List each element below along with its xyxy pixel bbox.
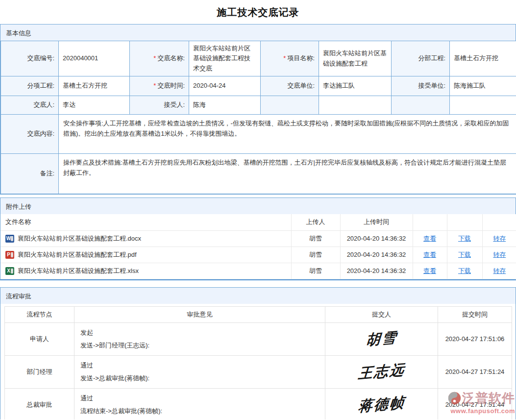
file-name-text: 襄阳火车站站前片区基础设施配套工程.docx xyxy=(18,234,141,243)
column-header-file-name: 文件名称 xyxy=(0,214,291,230)
attachments-section-title: 附件上传 xyxy=(0,198,516,214)
column-header-approval-opinion: 审批意见 xyxy=(74,306,325,322)
uploader-name: 胡雪 xyxy=(291,230,340,247)
field-label-project-name: *项目名称: xyxy=(261,41,319,76)
uploader-name: 胡雪 xyxy=(291,247,340,263)
column-header-submit-time: 提交时间 xyxy=(438,306,512,322)
transfer-link[interactable]: 转存 xyxy=(493,235,506,242)
field-value-disclosure-unit: 李达施工队 xyxy=(319,76,392,96)
column-header-flow-node: 流程节点 xyxy=(5,306,74,322)
required-asterisk: * xyxy=(153,54,156,62)
field-value-project-name: 襄阳火车站站前片区基础设施配套工程 xyxy=(319,41,392,76)
page-title: 施工技术交底记录 xyxy=(0,0,516,24)
flow-node: 申请人 xyxy=(5,322,74,355)
approval-row: 总裁审批 通过 流程结束->总裁审批(蒋德帧): 蒋德帧 2020-04-27 … xyxy=(5,388,512,420)
field-value-disclosure-time: 2020-04-24 xyxy=(189,76,261,96)
required-asterisk: * xyxy=(153,82,156,89)
approval-row: 部门经理 通过 发送->总裁审批(蒋德帧): 王志远 2020-04-27 17… xyxy=(5,355,512,388)
view-link[interactable]: 查看 xyxy=(423,235,436,242)
download-link[interactable]: 下载 xyxy=(458,267,471,274)
required-asterisk: * xyxy=(283,54,286,62)
column-header-uploader: 上传人 xyxy=(291,214,340,230)
uploader-name: 胡雪 xyxy=(291,263,340,279)
field-value-subitem-work: 基槽土石方开挖 xyxy=(59,76,130,96)
field-label-disclosure-unit: 交底单位: xyxy=(261,76,319,96)
signature: 王志远 xyxy=(357,360,406,384)
field-label-disclosure-content: 交底内容: xyxy=(1,115,59,154)
basic-info-table: 交底编号: 2020040001 *交底名称: 襄阳火车站站前片区基础设施配套工… xyxy=(0,41,516,194)
field-value-disclosure-name: 襄阳火车站站前片区基础设施配套工程技术交底 xyxy=(189,41,261,76)
field-value-disclosure-content: 安全操作事项:人工开挖基槽，应经常检查边坡的土质情况，-但发现有裂缝、疏松土或支… xyxy=(59,115,516,154)
flow-node: 部门经理 xyxy=(5,355,74,388)
column-header-empty xyxy=(482,214,516,230)
approval-row: 申请人 发起 发送->部门经理(王志远): 胡雪 2020-04-27 17:5… xyxy=(5,322,512,355)
field-value-receiver: 陈海 xyxy=(189,96,261,115)
upload-time: 2020-04-20 14:36:32 xyxy=(340,247,413,263)
field-label-disclosure-name: *交底名称: xyxy=(130,41,189,76)
field-value-receiving-unit: 陈海施工队 xyxy=(450,76,516,96)
empty-value-cell xyxy=(319,96,392,115)
column-header-submitter: 提交人 xyxy=(325,306,438,322)
approval-opinion: 通过 发送->总裁审批(蒋德帧): xyxy=(74,355,325,388)
basic-info-section: 基本信息 交底编号: 2020040001 *交底名称: 襄阳火车站站前片区基础… xyxy=(0,24,516,195)
flow-node: 总裁审批 xyxy=(5,388,74,420)
upload-time: 2020-04-20 14:36:32 xyxy=(340,263,413,279)
approval-section: 流程审批 流程节点 审批意见 提交人 提交时间 申请人 发起 发送->部门经理(… xyxy=(0,287,516,420)
attachment-row: W襄阳火车站站前片区基础设施配套工程.docx 胡雪 2020-04-20 14… xyxy=(0,230,516,247)
approval-section-title: 流程审批 xyxy=(0,288,516,304)
field-label-remark: 备注: xyxy=(1,154,59,194)
field-label-subitem-work: 分项工程: xyxy=(1,76,59,96)
attachments-header-row: 文件名称 上传人 上传时间 xyxy=(0,214,516,230)
word-file-icon: W xyxy=(5,235,14,243)
empty-value-cell xyxy=(450,96,516,115)
transfer-link[interactable]: 转存 xyxy=(493,251,506,258)
signature: 胡雪 xyxy=(365,327,398,350)
field-label-disclosure-time: *交底时间: xyxy=(130,76,189,96)
attachments-section: 附件上传 文件名称 上传人 上传时间 W襄阳火车站站前片区基础设施配套工程.do… xyxy=(0,198,516,280)
excel-file-icon: X xyxy=(5,267,14,275)
empty-label-cell xyxy=(261,96,319,115)
download-link[interactable]: 下载 xyxy=(458,251,471,258)
file-name-text: 襄阳火车站站前片区基础设施配套工程.xlsx xyxy=(18,267,139,275)
column-header-empty xyxy=(413,214,447,230)
field-value-division-work: 基槽土石方开挖 xyxy=(450,41,516,76)
view-link[interactable]: 查看 xyxy=(423,267,436,274)
column-header-empty xyxy=(447,214,482,230)
column-header-upload-time: 上传时间 xyxy=(340,214,413,230)
basic-info-section-title: 基本信息 xyxy=(0,25,516,41)
approval-opinion: 发起 发送->部门经理(王志远): xyxy=(74,322,325,355)
field-value-remark: 操作要点及技术措施:基槽土石方开挖前应先用石灰粉划出地梁、基槽的开挖范围，土石方… xyxy=(59,154,516,194)
field-value-discloser: 李达 xyxy=(59,96,130,115)
approval-header-row: 流程节点 审批意见 提交人 提交时间 xyxy=(5,306,512,322)
submit-time: 2020-04-27 17:51:06 xyxy=(438,322,512,355)
field-label-division-work: 分部工程: xyxy=(392,41,450,76)
view-link[interactable]: 查看 xyxy=(423,251,436,258)
field-value-disclosure-no: 2020040001 xyxy=(59,41,130,76)
transfer-link[interactable]: 转存 xyxy=(493,267,506,274)
file-name-text: 襄阳火车站站前片区基础设施配套工程.pdf xyxy=(18,250,137,259)
field-label-discloser: 交底人: xyxy=(1,96,59,115)
attachments-table: 文件名称 上传人 上传时间 W襄阳火车站站前片区基础设施配套工程.docx 胡雪… xyxy=(0,214,516,279)
attachment-row: P襄阳火车站站前片区基础设施配套工程.pdf 胡雪 2020-04-20 14:… xyxy=(0,247,516,263)
field-label-disclosure-no: 交底编号: xyxy=(1,41,59,76)
pdf-file-icon: P xyxy=(5,251,14,259)
approval-opinion: 通过 流程结束->总裁审批(蒋德帧): xyxy=(74,388,325,420)
submit-time: 2020-04-27 17:51:44 xyxy=(438,388,512,420)
submit-time: 2020-04-27 17:51:24 xyxy=(438,355,512,388)
field-label-receiver: 接受人: xyxy=(130,96,189,115)
download-link[interactable]: 下载 xyxy=(458,235,471,242)
signature: 蒋德帧 xyxy=(357,393,406,417)
empty-label-cell xyxy=(392,96,450,115)
attachment-row: X襄阳火车站站前片区基础设施配套工程.xlsx 胡雪 2020-04-20 14… xyxy=(0,263,516,279)
field-label-receiving-unit: 接受单位: xyxy=(392,76,450,96)
approval-table: 流程节点 审批意见 提交人 提交时间 申请人 发起 发送->部门经理(王志远):… xyxy=(4,306,512,420)
upload-time: 2020-04-20 14:36:32 xyxy=(340,230,413,247)
